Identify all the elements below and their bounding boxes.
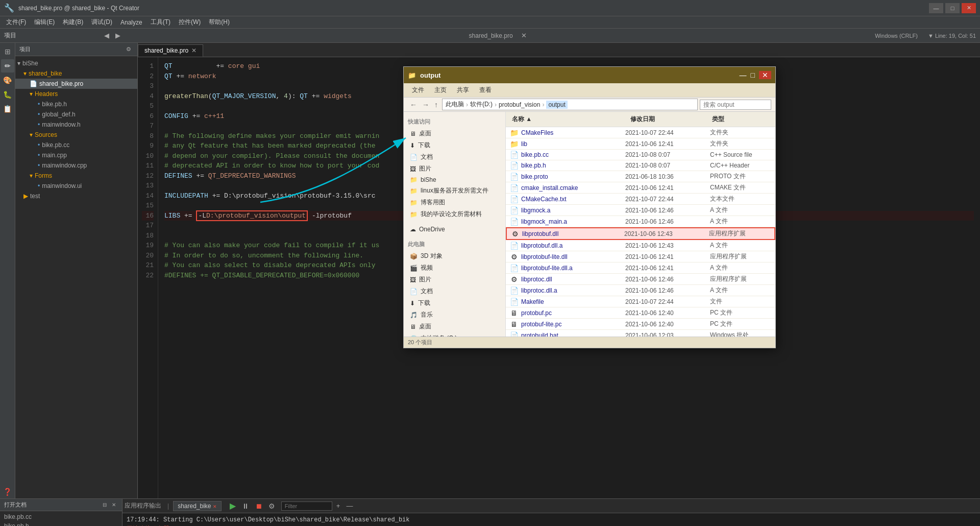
fe-sidebar-docs[interactable]: 📄文档	[404, 151, 505, 163]
fe-path-software[interactable]: 软件(D:)	[470, 100, 493, 109]
open-file-bike-pb-h[interactable]: bike.pb.h	[0, 521, 122, 526]
tree-item-main-cpp[interactable]: • main.cpp	[15, 150, 137, 160]
fe-file-libprotoc-dll[interactable]: ⚙ libprotoc.dll 2021-10-06 12:46 应用程序扩展	[506, 274, 775, 285]
sidebar-icon-help[interactable]: ❓	[1, 485, 14, 498]
fe-sidebar-c[interactable]: 💿本地磁盘 (C:)	[404, 332, 505, 337]
fe-sidebar-pictures[interactable]: 🖼图片	[404, 274, 505, 285]
tree-item-mainwindow-h[interactable]: • mainwindow.h	[15, 119, 137, 130]
fe-file-lib[interactable]: 📁 lib 2021-10-06 12:41 文件夹	[506, 138, 775, 150]
fe-file-libgmock-main[interactable]: 📄 libgmock_main.a 2021-10-06 12:46 A 文件	[506, 216, 775, 227]
close-all-button[interactable]: ✕	[110, 501, 118, 509]
open-file-bike-pb-cc[interactable]: bike.pb.cc	[0, 512, 122, 521]
project-filter-button[interactable]: ⚙	[124, 45, 133, 54]
fe-col-name-header[interactable]: 名称 ▲	[510, 114, 628, 125]
sidebar-icon-project[interactable]: 📋	[1, 102, 14, 115]
fe-sidebar-desktop[interactable]: 🖥桌面	[404, 128, 505, 139]
fe-search-input[interactable]	[700, 100, 771, 110]
fe-menu-view[interactable]: 查看	[475, 85, 496, 95]
tree-item-bike-pb-cc[interactable]: • bike.pb.cc	[15, 140, 137, 150]
close-tab-button[interactable]: ✕	[519, 31, 529, 40]
fe-file-protobuf-lite-pc[interactable]: 🖥 protobuf-lite.pc 2021-10-06 12:40 PC 文…	[506, 319, 775, 330]
output-filter-input[interactable]	[281, 501, 332, 511]
output-add-button[interactable]: +	[334, 501, 342, 511]
fe-file-libprotobuf-lite-dll[interactable]: ⚙ libprotobuf-lite.dll 2021-10-06 12:41 …	[506, 251, 775, 262]
fe-sidebar-downloads[interactable]: ⬇下载	[404, 139, 505, 151]
fe-file-protobuf-pc[interactable]: 🖥 protobuf.pc 2021-10-06 12:40 PC 文件	[506, 307, 775, 319]
maximize-button[interactable]: □	[945, 3, 960, 13]
tree-item-global-def-h[interactable]: • global_def.h	[15, 109, 137, 119]
fe-menu-home[interactable]: 主页	[430, 85, 451, 95]
output-settings-button[interactable]: ⚙	[266, 501, 277, 511]
fe-file-makefile[interactable]: 📄 Makefile 2021-10-07 22:44 文件	[506, 296, 775, 307]
fe-sidebar-linux[interactable]: 📁linux服务器开发所需文件	[404, 185, 505, 197]
fe-col-type-header[interactable]: 类型	[710, 114, 771, 125]
output-debug-button[interactable]: ⏸	[240, 501, 251, 511]
fe-file-bike-proto[interactable]: 📄 bike.proto 2021-06-18 10:36 PROTO 文件	[506, 171, 775, 182]
fe-path-output[interactable]: output	[546, 101, 567, 109]
fe-file-bike-pb-cc[interactable]: 📄 bike.pb.cc 2021-10-08 0:07 C++ Source …	[506, 150, 775, 160]
tree-item-forms[interactable]: ▾ Forms	[15, 171, 137, 181]
fe-up-button[interactable]: ↑	[432, 100, 440, 110]
sidebar-icon-edit[interactable]: ✏	[1, 59, 14, 73]
fe-sidebar-video[interactable]: 🎬视频	[404, 262, 505, 274]
menu-file[interactable]: 文件(F)	[2, 17, 30, 28]
menu-analyze[interactable]: Analyze	[116, 18, 146, 27]
fe-back-button[interactable]: ←	[408, 100, 419, 110]
fe-sidebar-onedrive[interactable]: ☁OneDrive	[404, 224, 505, 234]
fe-file-protobuild-bat[interactable]: 📄 protobuild.bat 2021-10-06 12:03 Window…	[506, 330, 775, 337]
fe-maximize-button[interactable]: □	[751, 71, 755, 79]
fe-file-cmake-install[interactable]: 📄 cmake_install.cmake 2021-10-06 12:41 C…	[506, 182, 775, 194]
tree-item-mainwindow-ui[interactable]: • mainwindow.ui	[15, 181, 137, 191]
fe-file-cmakefiles[interactable]: 📁 CMakeFiles 2021-10-07 22:44 文件夹	[506, 127, 775, 138]
fe-path-pc[interactable]: 此电脑	[446, 100, 464, 109]
split-button[interactable]: ⊟	[101, 501, 109, 509]
fe-file-bike-pb-h[interactable]: 📄 bike.pb.h 2021-10-08 0:07 C/C++ Header	[506, 160, 775, 171]
fe-path-protobuf[interactable]: protobuf_vision	[499, 101, 540, 108]
menu-controls[interactable]: 控件(W)	[175, 17, 205, 28]
tree-item-test[interactable]: ▶ test	[15, 191, 137, 201]
output-run-button[interactable]: ▶	[228, 500, 238, 512]
fe-sidebar-documents[interactable]: 📄文档	[404, 285, 505, 297]
nav-forward-button[interactable]: ▶	[113, 31, 122, 40]
tree-item-bishe[interactable]: ▾ biShe	[15, 58, 137, 68]
fe-file-libgmock[interactable]: 📄 libgmock.a 2021-10-06 12:46 A 文件	[506, 205, 775, 216]
fe-minimize-button[interactable]: —	[740, 71, 747, 79]
menu-debug[interactable]: 调试(D)	[87, 17, 116, 28]
fe-sidebar-dl[interactable]: ⬇下载	[404, 297, 505, 309]
tree-item-headers[interactable]: ▾ Headers	[15, 89, 137, 99]
close-button[interactable]: ✕	[962, 3, 976, 13]
fe-sidebar-3d[interactable]: 📦3D 对象	[404, 250, 505, 262]
fe-close-button[interactable]: ✕	[759, 71, 771, 79]
fe-file-libprotobuf-dll[interactable]: ⚙ libprotobuf.dll 2021-10-06 12:43 应用程序扩…	[506, 227, 775, 240]
nav-back-button[interactable]: ◀	[102, 31, 111, 40]
fe-sidebar-dsk[interactable]: 🖥桌面	[404, 321, 505, 332]
tree-item-shared-bike[interactable]: ▾ shared_bike	[15, 68, 137, 79]
fe-forward-button[interactable]: →	[420, 100, 431, 110]
minimize-button[interactable]: —	[929, 3, 943, 13]
tree-item-shared-bike-pro[interactable]: 📄 shared_bike.pro	[15, 79, 137, 89]
fe-menu-file[interactable]: 文件	[408, 85, 428, 95]
menu-tools[interactable]: 工具(T)	[146, 17, 175, 28]
fe-sidebar-blog[interactable]: 📁博客用图	[404, 197, 505, 208]
tree-item-sources[interactable]: ▾ Sources	[15, 130, 137, 140]
tree-item-bike-pb-h[interactable]: • bike.pb.h	[15, 99, 137, 109]
fe-file-libprotoc-dll-a[interactable]: 📄 libprotoc.dll.a 2021-10-06 12:46 A 文件	[506, 285, 775, 296]
fe-sidebar-thesis[interactable]: 📁我的毕设论文所需材料	[404, 208, 505, 220]
sidebar-icon-debug[interactable]: 🐛	[1, 88, 14, 101]
tab-close-icon[interactable]: ✕	[191, 47, 197, 54]
sidebar-icon-welcome[interactable]: ⊞	[1, 45, 14, 58]
fe-file-libprotobuf-dll-a[interactable]: 📄 libprotobuf.dll.a 2021-10-06 12:43 A 文…	[506, 240, 775, 251]
tree-item-mainwindow-cpp[interactable]: • mainwindow.cpp	[15, 160, 137, 171]
menu-build[interactable]: 构建(B)	[59, 17, 87, 28]
fe-sidebar-bishe[interactable]: 📁biShe	[404, 175, 505, 185]
fe-sidebar-music[interactable]: 🎵音乐	[404, 309, 505, 321]
output-remove-button[interactable]: —	[344, 501, 355, 511]
tab-shared-bike-pro[interactable]: shared_bike.pro ✕	[138, 44, 203, 57]
fe-menu-share[interactable]: 共享	[453, 85, 473, 95]
menu-help[interactable]: 帮助(H)	[205, 17, 234, 28]
output-stop-button[interactable]: ⏹	[253, 501, 264, 511]
fe-col-date-header[interactable]: 修改日期	[628, 114, 710, 125]
sidebar-icon-design[interactable]: 🎨	[1, 74, 14, 87]
menu-edit[interactable]: 编辑(E)	[30, 17, 59, 28]
fe-sidebar-pics[interactable]: 🖼图片	[404, 163, 505, 175]
